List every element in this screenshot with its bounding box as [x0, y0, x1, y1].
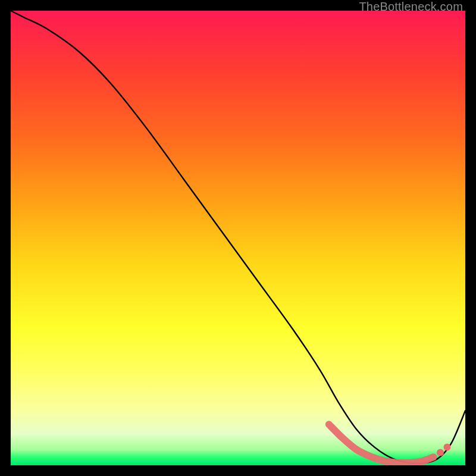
- highlight-dot: [437, 449, 444, 456]
- chart-plot-area: [11, 11, 465, 465]
- bottleneck-curve: [11, 11, 465, 464]
- chart-frame: TheBottleneck.com: [0, 0, 476, 476]
- highlight-segment: [329, 424, 434, 463]
- attribution-text: TheBottleneck.com: [359, 0, 463, 14]
- highlight-dot: [443, 443, 450, 450]
- chart-svg: [11, 11, 465, 465]
